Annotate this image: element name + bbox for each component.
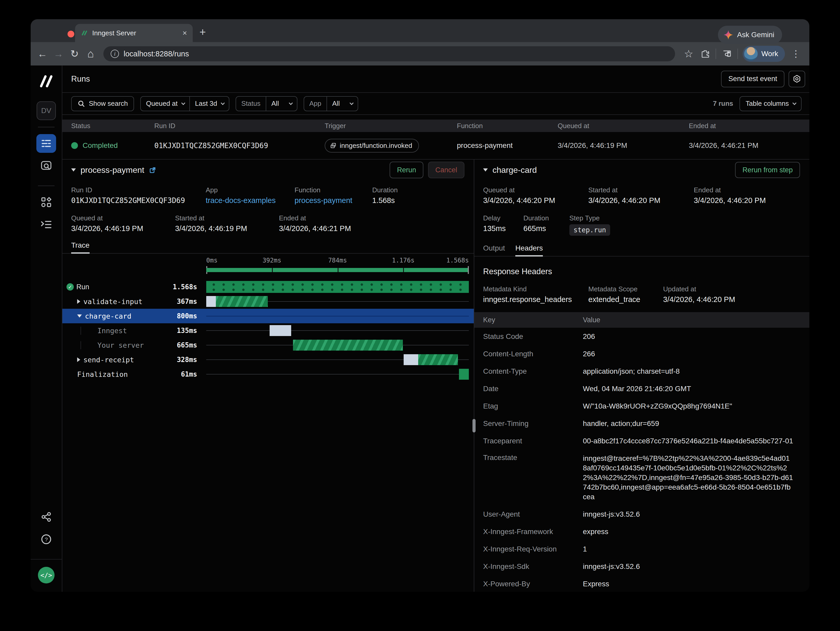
runs-table-header: Status Run ID Trigger Function Queued at…	[62, 120, 809, 132]
sidebar-item-functions[interactable]	[36, 215, 56, 234]
tab-output[interactable]: Output	[483, 244, 505, 256]
table-row[interactable]: Completed 01KJXD1TQCZ852GMEX0CQF3D69 inn…	[62, 132, 809, 159]
reading-mode-icon[interactable]	[722, 49, 732, 59]
tab-headers[interactable]: Headers	[515, 244, 543, 256]
cancel-button[interactable]: Cancel	[428, 162, 464, 178]
trace-row-send-receipt[interactable]: send-receipt 328ms	[62, 353, 474, 367]
status-filter-label-cell: Status	[236, 96, 266, 111]
time-range-dropdown[interactable]: Last 3d	[189, 96, 229, 111]
trace-axis: 0ms392ms784ms1.176s1.568s	[206, 257, 469, 264]
delay-field: Delay 135ms	[483, 214, 523, 236]
bookmark-star-icon[interactable]: ☆	[684, 48, 693, 60]
send-test-event-button[interactable]: Send test event	[721, 71, 785, 87]
ask-gemini-button[interactable]: Ask Gemini	[718, 26, 782, 44]
sidebar-item-runs[interactable]	[36, 134, 56, 153]
toolbar-divider	[715, 49, 716, 59]
header-row-x-powered-by: X-Powered-ByExpress	[474, 575, 809, 592]
back-icon[interactable]: ←	[34, 48, 51, 60]
browser-menu-icon[interactable]: ⋮	[791, 48, 801, 59]
status-filter-dropdown[interactable]: All	[266, 96, 297, 111]
dev-tools-button[interactable]: </>	[38, 567, 55, 584]
run-detail-tabs: Trace	[62, 241, 474, 254]
pane-resize-divider[interactable]	[474, 160, 474, 592]
rerun-button[interactable]: Rerun	[390, 162, 423, 178]
trace-row-inngest[interactable]: Inngest 135ms	[62, 323, 474, 338]
trace-row-run[interactable]: Run 1.568s	[62, 280, 474, 294]
sidebar-item-events[interactable]	[36, 157, 56, 175]
trace-row-validate-input[interactable]: validate-input 367ms	[62, 294, 474, 309]
drag-handle[interactable]	[472, 419, 475, 432]
chevron-right-icon[interactable]	[77, 299, 80, 304]
trace-row-finalization[interactable]: Finalization 61ms	[62, 367, 474, 381]
time-filter-group: Queued at Last 3d	[140, 96, 229, 111]
page-title: Runs	[71, 74, 90, 84]
settings-button[interactable]	[789, 71, 805, 87]
header-row-content-type: Content-Typeapplication/json; charset=ut…	[474, 362, 809, 380]
open-run-external-icon[interactable]	[149, 166, 156, 174]
status-dot-completed	[71, 142, 78, 149]
environment-badge[interactable]: DV	[36, 101, 56, 120]
forward-icon[interactable]: →	[51, 48, 66, 60]
step-duration-field: Duration 665ms	[523, 214, 569, 236]
browser-tab[interactable]: Inngest Server ×	[75, 24, 193, 42]
col-function[interactable]: Function	[457, 122, 558, 130]
app-filter-dropdown[interactable]: All	[327, 96, 358, 111]
tab-favicon-inngest-icon	[81, 29, 88, 36]
col-queued-at[interactable]: Queued at	[558, 122, 689, 130]
svg-text:?: ?	[45, 536, 48, 542]
trace-row-charge-card[interactable]: charge-card 800ms	[62, 309, 474, 323]
header-row-x-inngest-framework: X-Inngest-Frameworkexpress	[474, 523, 809, 540]
address-bar[interactable]: i localhost:8288/runs	[103, 46, 675, 61]
close-window-button[interactable]	[68, 31, 74, 38]
runs-list-icon	[41, 139, 51, 148]
tab-trace[interactable]: Trace	[71, 241, 90, 253]
sidebar-divider	[38, 185, 55, 186]
col-trigger[interactable]: Trigger	[325, 122, 457, 130]
extensions-puzzle-icon[interactable]	[701, 49, 710, 59]
col-ended-at[interactable]: Ended at	[689, 122, 809, 130]
rerun-from-step-button[interactable]: Rerun from step	[735, 162, 800, 178]
col-value: Value	[583, 316, 809, 324]
step-started-at-field: Started at 3/4/2026, 4:46:20 PM	[588, 186, 694, 205]
queued-at-dropdown[interactable]: Queued at	[141, 96, 189, 111]
chevron-down-icon[interactable]	[77, 315, 82, 318]
collapse-run-chevron-icon[interactable]	[71, 168, 76, 172]
trace-waterfall: 0ms392ms784ms1.176s1.568s	[62, 257, 474, 381]
site-info-icon[interactable]: i	[111, 50, 119, 58]
collapse-step-chevron-icon[interactable]	[483, 168, 488, 172]
tab-close-icon[interactable]: ×	[182, 29, 187, 37]
trace-minimap[interactable]	[206, 266, 469, 274]
help-button[interactable]: ?	[36, 530, 56, 549]
trigger-pill[interactable]: inngest/function.invoked	[325, 139, 419, 153]
share-button[interactable]	[36, 508, 56, 526]
new-tab-button[interactable]: +	[199, 26, 206, 38]
gemini-sparkle-icon	[724, 30, 733, 40]
home-icon[interactable]: ⌂	[83, 47, 99, 60]
col-run-id[interactable]: Run ID	[154, 122, 325, 130]
function-link[interactable]: process-payment	[295, 196, 372, 205]
metadata-kind-field: Metadata Kind inngest.response_headers	[483, 285, 588, 304]
sidebar-item-apps[interactable]	[36, 193, 56, 212]
inngest-logo-icon[interactable]	[38, 73, 55, 89]
table-columns-dropdown[interactable]: Table columns	[739, 96, 802, 111]
show-search-button[interactable]: Show search	[71, 96, 134, 111]
browser-profile-button[interactable]: Work	[743, 46, 785, 62]
queued-at-field: Queued at 3/4/2026, 4:46:19 PM	[71, 214, 175, 233]
show-search-label: Show search	[89, 100, 128, 108]
chevron-right-icon[interactable]	[77, 357, 80, 362]
avatar	[744, 47, 758, 60]
reload-icon[interactable]: ↻	[66, 48, 83, 60]
status-badge: Completed	[83, 141, 118, 150]
trace-row-your-server[interactable]: Your server 665ms	[62, 338, 474, 353]
col-status[interactable]: Status	[71, 122, 154, 130]
share-icon	[41, 512, 51, 522]
chevron-down-icon	[221, 101, 225, 105]
app-link[interactable]: trace-docs-examples	[206, 196, 295, 205]
toolbar-divider	[737, 49, 738, 59]
header-row-content-length: Content-Length266	[474, 345, 809, 362]
run-id-cell: 01KJXD1TQCZ852GMEX0CQF3D69	[154, 141, 325, 150]
step-queued-at-field: Queued at 3/4/2026, 4:46:20 PM	[483, 186, 588, 205]
function-field: Function process-payment	[295, 186, 372, 205]
step-detail-pane: charge-card Rerun from step Queued at 3/…	[474, 160, 809, 592]
inngest-app: DV ? </>	[31, 65, 809, 592]
